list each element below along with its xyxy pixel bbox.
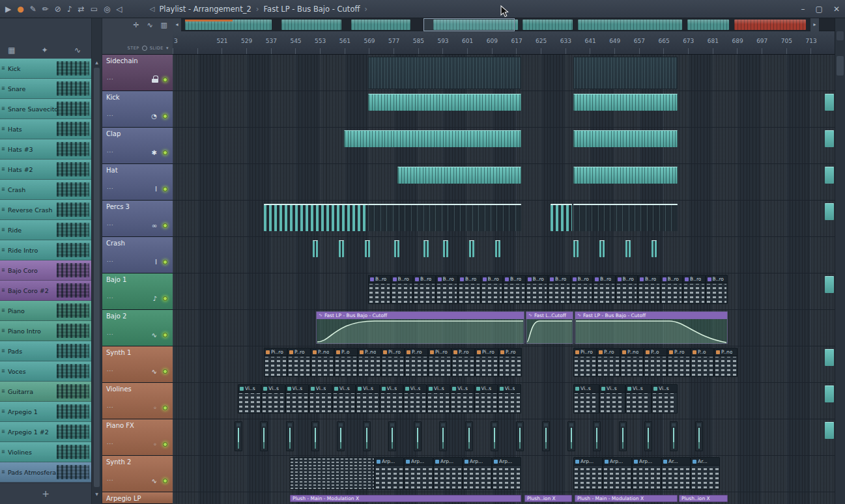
fx-mini-clip[interactable] [286,421,294,451]
playlist-track-lane[interactable]: Vi..sVi..sVi..sVi..sVi..sVi..sVi..sVi..s… [173,383,835,419]
fx-mini-clip[interactable] [695,421,703,451]
slide-link-icon[interactable]: ∿ [147,21,152,29]
track-header[interactable]: Crash...I [102,237,173,273]
crash-hit-clip[interactable] [652,240,657,257]
clip-fragment[interactable] [825,276,834,293]
automation-clip-header[interactable]: Plush..ion X [524,495,572,502]
pattern-clip[interactable]: Vi..s [573,384,599,413]
playlist-track-lane[interactable] [173,55,835,91]
pattern-clip[interactable]: Ar... [691,457,720,490]
playlist-track-lane[interactable]: ∿Fast LP - Bus Bajo - Cutoff∿Fast L..Cut… [173,310,835,346]
drum-pattern-clip[interactable] [344,130,521,147]
playlist-track-lane[interactable]: Plush - Main - Modulation XPlush..ion XP… [173,492,835,504]
pattern-clip[interactable]: Vi..s [238,384,261,413]
playlist-track-lane[interactable] [173,164,835,201]
scroll-up-icon[interactable]: ▲ [92,60,102,64]
perc-pattern-clip[interactable] [573,204,678,231]
pattern-clip[interactable]: Pi..ro [573,348,597,377]
close-button[interactable]: ✕ [833,5,840,13]
pattern-clip[interactable]: Vi..s [427,384,450,413]
pattern-clip[interactable]: P..o [644,348,667,377]
pattern-clip[interactable]: B..ro [413,275,436,304]
draw-tool-icon[interactable]: ✎ [30,5,36,13]
sparkle-icon[interactable]: ✦ [42,46,48,54]
fx-mini-clip[interactable] [567,421,575,451]
pattern-clip[interactable]: Pi..ro [264,348,287,377]
wave-icon[interactable]: ∿ [152,368,157,375]
fx-mini-clip[interactable] [465,421,473,451]
crash-hit-clip[interactable] [339,240,344,257]
fx-mini-clip[interactable] [235,421,242,451]
pattern-item[interactable]: ≣Crash [0,180,91,200]
track-header[interactable]: Piano FX...◦ [102,419,173,456]
pattern-item[interactable]: ≣Arpegio 1 [0,402,91,422]
pattern-clip[interactable]: Vi..s [498,384,521,413]
crash-hit-clip[interactable] [443,240,448,257]
dial-icon[interactable]: ◔ [151,113,157,120]
pattern-clip[interactable]: P..ro [667,348,691,377]
pattern-item[interactable]: ≣Hats #2 [0,160,91,180]
playlist-grid[interactable]: B..roB..roB..roB..roB..roB..roB..roB..ro… [173,55,835,504]
fx-mini-clip[interactable] [363,421,371,451]
automation-clip[interactable]: ∿Fast LP - Bus Bajo - Cutoff [575,311,728,344]
track-enable-led[interactable] [163,150,167,155]
pattern-clip[interactable]: B..ro [526,275,549,304]
track-header[interactable]: Bajo 1...♪ [102,273,173,310]
pattern-clip[interactable]: Vi..s [652,384,678,413]
pattern-clip[interactable]: B..ro [706,275,728,304]
lock-icon[interactable] [152,76,158,83]
automation-clip-header[interactable]: Plush..ion X [679,495,728,502]
beam-icon[interactable]: I [155,186,157,193]
pattern-clip[interactable]: B..ro [616,275,638,304]
pattern-clip[interactable]: B..ro [368,275,391,304]
wave-icon[interactable]: ∿ [152,477,157,484]
pattern-item[interactable]: ≣Voces [0,361,91,382]
step-slide-toolbar[interactable]: STEP SLIDE ▾ [128,46,169,51]
pattern-clip[interactable]: P..no [714,348,738,377]
track-header[interactable]: Clap...✱ [102,128,173,164]
pattern-clip[interactable]: B..ro [458,275,481,304]
pattern-clip[interactable]: P..ro [287,348,311,377]
crash-hit-clip[interactable] [599,240,605,257]
pattern-item[interactable]: ≣Guitarra [0,382,91,402]
track-enable-led[interactable] [163,442,167,447]
playlist-track-lane[interactable]: B..roB..roB..roB..roB..roB..roB..roB..ro… [173,273,835,310]
pattern-clip[interactable]: P..ro [498,348,522,377]
pattern-clip[interactable]: Vi..s [309,384,332,413]
track-enable-led[interactable] [163,77,167,82]
pattern-clip[interactable]: Arp... [573,457,603,490]
track-header[interactable]: Arpegio LP [102,492,173,504]
pattern-clip[interactable]: B..ro [436,275,459,304]
fl-logo-icon[interactable]: ● [17,5,23,13]
fx-mini-clip[interactable] [593,421,601,451]
scroll-right-button[interactable]: ▸ [810,18,819,31]
fx-mini-clip[interactable] [542,421,550,451]
dot-icon[interactable]: ◦ [153,404,157,412]
pattern-clip[interactable]: B..ro [548,275,571,304]
overview-minimap[interactable] [182,18,810,31]
automation-clip[interactable]: ∿Fast L..Cutoff [526,311,573,344]
add-pattern-button[interactable]: + [42,488,50,499]
clip-fragment[interactable] [825,167,834,184]
vertical-scrollbar[interactable] [835,18,845,504]
paint-tool-icon[interactable]: ✏ [42,5,49,13]
track-enable-led[interactable] [163,296,167,301]
drum-pattern-clip[interactable] [573,130,678,147]
crash-hit-clip[interactable] [573,240,579,257]
track-enable-led[interactable] [163,369,167,374]
track-header[interactable]: Bajo 2...∿ [102,310,173,346]
clef-icon[interactable]: ♪ [153,295,157,302]
track-enable-led[interactable] [163,223,167,228]
fx-mini-clip[interactable] [491,421,498,451]
pattern-item[interactable]: ≣Bajo Coro [0,260,91,281]
playlist-track-lane[interactable] [173,128,835,164]
pattern-item[interactable]: ≣Piano Intro [0,321,91,341]
chevron-down-icon[interactable]: ▾ [166,46,169,51]
perc-pattern-clip[interactable] [264,204,368,231]
dot-icon[interactable]: ◦ [153,441,157,448]
playlist-track-lane[interactable] [173,91,835,128]
arp-pattern-clip[interactable] [290,457,375,490]
track-header[interactable]: Violines...◦ [102,383,173,419]
track-header[interactable]: Synth 2...∿ [102,456,173,492]
drum-pattern-clip[interactable] [368,94,521,111]
